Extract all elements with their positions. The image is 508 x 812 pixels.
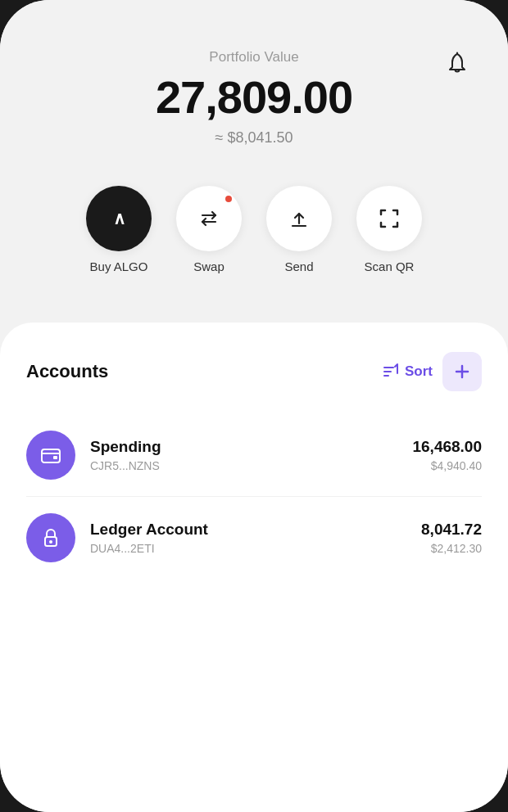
portfolio-value: 27,809.00 [156,72,352,123]
spending-address: CJR5...NZNS [90,459,397,472]
lock-icon [39,526,63,550]
send-button[interactable]: Send [262,186,336,273]
swap-label: Swap [193,259,225,273]
swap-icon [194,204,224,233]
spending-balance: 16,468.00 $4,940.40 [412,438,482,472]
top-section: Portfolio Value 27,809.00 ≈ $8,041.50 ∧ … [0,0,508,306]
buy-algo-label: Buy ALGO [90,259,148,273]
portfolio-label: Portfolio Value [209,49,298,65]
algo-icon: ∧ [103,203,134,234]
scan-qr-button[interactable]: Scan QR [352,186,426,273]
accounts-actions: Sort [382,352,482,391]
sort-label: Sort [405,363,433,380]
svg-rect-7 [42,449,60,462]
spending-balance-algo: 16,468.00 [412,438,482,456]
buy-algo-button[interactable]: ∧ Buy ALGO [82,186,156,273]
action-buttons: ∧ Buy ALGO [82,186,426,273]
swap-icon-circle [176,186,242,251]
spending-info: Spending CJR5...NZNS [90,438,397,472]
swap-button[interactable]: Swap [172,186,246,273]
scan-qr-label: Scan QR [365,259,415,273]
bell-icon [446,52,469,74]
ledger-balance-algo: 8,041.72 [421,521,482,539]
accounts-header: Accounts Sort [26,352,482,391]
accounts-title: Accounts [26,361,108,382]
ledger-address: DUA4...2ETI [90,542,406,555]
plus-icon [453,363,471,381]
sort-button[interactable]: Sort [382,363,433,381]
account-item-ledger[interactable]: Ledger Account DUA4...2ETI 8,041.72 $2,4… [26,497,482,579]
send-icon-circle [266,186,332,251]
add-account-button[interactable] [442,352,482,391]
spending-name: Spending [90,438,397,456]
scan-qr-icon-circle [356,186,422,251]
svg-rect-8 [53,456,57,459]
svg-point-10 [49,540,52,544]
ledger-info: Ledger Account DUA4...2ETI [90,521,406,555]
phone-frame: Portfolio Value 27,809.00 ≈ $8,041.50 ∧ … [0,0,508,812]
notification-button[interactable] [439,45,475,81]
spending-avatar [26,431,75,480]
buy-algo-icon-circle: ∧ [86,186,152,251]
portfolio-usd: ≈ $8,041.50 [215,129,293,147]
ledger-balance-usd: $2,412.30 [421,542,482,555]
wallet-icon [39,443,63,467]
swap-notification-dot [225,196,232,202]
ledger-name: Ledger Account [90,521,406,539]
ledger-avatar [26,513,75,562]
spending-balance-usd: $4,940.40 [412,459,482,472]
qr-icon [374,203,405,234]
send-label: Send [284,259,313,273]
send-icon [284,204,314,233]
bottom-section: Accounts Sort [0,323,508,812]
account-item-spending[interactable]: Spending CJR5...NZNS 16,468.00 $4,940.40 [26,414,482,497]
ledger-balance: 8,041.72 $2,412.30 [421,521,482,555]
svg-text:∧: ∧ [113,209,125,228]
screen: Portfolio Value 27,809.00 ≈ $8,041.50 ∧ … [0,0,508,812]
sort-icon [382,363,400,381]
